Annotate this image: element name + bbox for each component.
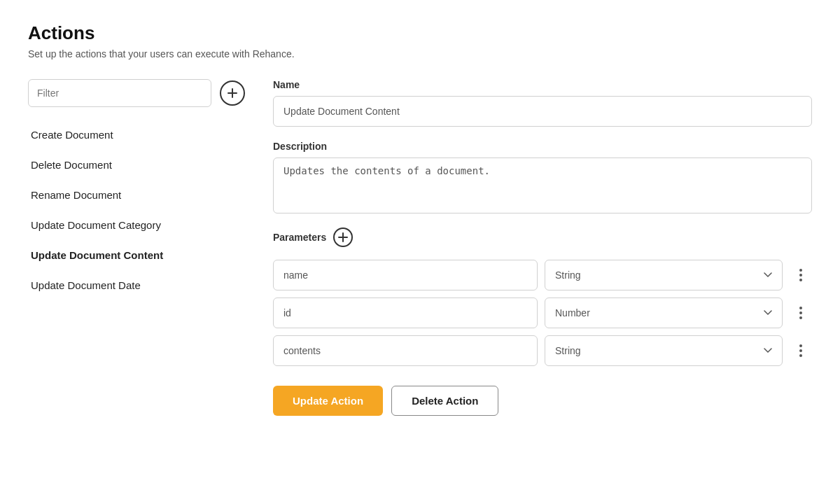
parameter-row: StringNumberBooleanArrayObject: [273, 260, 812, 290]
description-field-group: Description: [273, 141, 812, 214]
update-action-button[interactable]: Update Action: [273, 386, 383, 416]
action-item[interactable]: Rename Document: [28, 180, 245, 210]
delete-action-button[interactable]: Delete Action: [391, 386, 498, 416]
action-item[interactable]: Update Document Category: [28, 210, 245, 240]
description-label: Description: [273, 141, 812, 152]
page-title: Actions: [28, 22, 812, 44]
parameters-header: Parameters: [273, 227, 812, 247]
action-item[interactable]: Create Document: [28, 120, 245, 150]
page-subtitle: Set up the actions that your users can e…: [28, 48, 812, 59]
parameters-label: Parameters: [273, 232, 326, 243]
param-name-input[interactable]: [273, 260, 538, 290]
action-item[interactable]: Delete Document: [28, 150, 245, 180]
filter-row: [28, 79, 245, 107]
add-action-button[interactable]: [220, 80, 245, 106]
action-buttons: Update Action Delete Action: [273, 386, 812, 416]
param-type-select[interactable]: StringNumberBooleanArrayObject: [545, 260, 783, 290]
name-input[interactable]: [273, 96, 812, 127]
page-header: Actions Set up the actions that your use…: [28, 22, 812, 59]
parameters-list: StringNumberBooleanArrayObjectStringNumb…: [273, 260, 812, 366]
description-input[interactable]: [273, 158, 812, 214]
param-more-button[interactable]: [790, 264, 812, 286]
param-type-select[interactable]: StringNumberBooleanArrayObject: [545, 335, 783, 366]
right-panel: Name Description Parameters: [273, 79, 812, 482]
add-parameter-button[interactable]: [333, 227, 353, 247]
name-label: Name: [273, 79, 812, 90]
content-area: Create DocumentDelete DocumentRename Doc…: [28, 79, 812, 482]
param-more-button[interactable]: [790, 340, 812, 362]
parameter-row: StringNumberBooleanArrayObject: [273, 335, 812, 366]
parameter-row: StringNumberBooleanArrayObject: [273, 298, 812, 328]
param-name-input[interactable]: [273, 298, 538, 328]
action-item[interactable]: Update Document Date: [28, 270, 245, 300]
parameters-group: Parameters StringNumberBooleanArrayObjec…: [273, 227, 812, 366]
action-item[interactable]: Update Document Content: [28, 240, 245, 270]
name-field-group: Name: [273, 79, 812, 127]
action-list: Create DocumentDelete DocumentRename Doc…: [28, 120, 245, 300]
filter-input[interactable]: [28, 79, 211, 107]
param-more-button[interactable]: [790, 302, 812, 324]
left-panel: Create DocumentDelete DocumentRename Doc…: [28, 79, 245, 482]
param-name-input[interactable]: [273, 335, 538, 366]
param-type-select[interactable]: StringNumberBooleanArrayObject: [545, 298, 783, 328]
